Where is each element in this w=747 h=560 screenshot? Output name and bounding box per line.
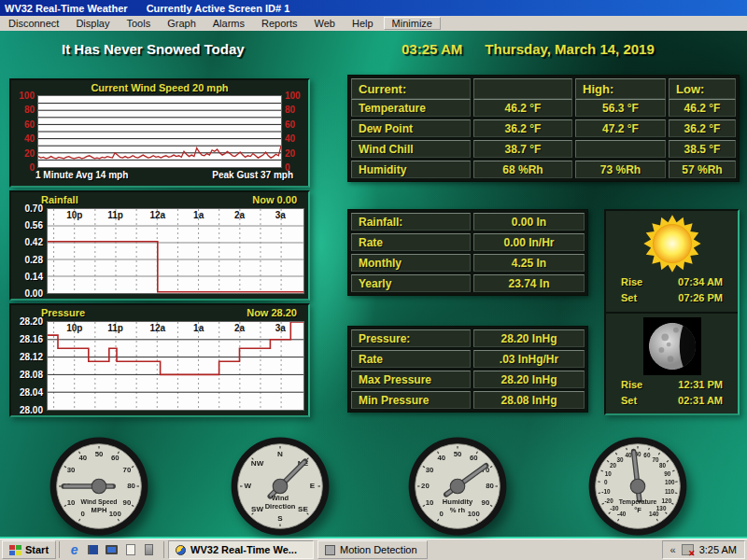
svg-text:30: 30 (67, 466, 76, 474)
wind-speed-gauge: 0102030405060708090100Wind SpeedMPH (49, 436, 149, 537)
col-header-blank (473, 78, 572, 99)
svg-text:20: 20 (421, 482, 430, 490)
tray-alert-icon[interactable] (682, 544, 694, 555)
system-tray: « 3:25 AM (662, 540, 745, 559)
svg-text:100: 100 (468, 510, 480, 518)
wind-speed-plot (37, 95, 282, 168)
menu-display[interactable]: Display (67, 17, 118, 30)
rainfall-label: Rainfall: (351, 213, 471, 231)
svg-text:NW: NW (251, 459, 264, 468)
rain-plot-series (48, 209, 303, 293)
y-tick-label: 60 (285, 119, 303, 130)
y-tick-label: 80 (16, 105, 35, 115)
svg-text:10: 10 (67, 498, 76, 507)
menu-minimize-button[interactable]: Minimize (384, 17, 441, 30)
menu-disconnect[interactable]: Disconnect (0, 17, 67, 30)
tray-chevron[interactable]: « (670, 544, 676, 555)
rainfall-plot: 10p11p12a1a2a3a (47, 208, 304, 294)
desktop-icon[interactable] (105, 543, 119, 557)
svg-text:-10: -10 (601, 488, 611, 495)
row-humidity-label: Humidity (351, 161, 471, 178)
col-header-low: Low: (669, 78, 736, 99)
svg-text:40: 40 (626, 452, 633, 458)
wind-speed-chart-panel: Current Wind Speed 20 mph 100806040200 1… (9, 78, 310, 188)
pressure-label: Pressure: (351, 329, 471, 347)
temperature-low: 46.2 °F (669, 99, 736, 117)
svg-text:-40: -40 (617, 511, 627, 517)
svg-text:120: 120 (662, 497, 672, 504)
menu-web[interactable]: Web (306, 17, 344, 30)
y-tick-label: 28.16 (11, 334, 43, 344)
show-desktop-icon[interactable] (142, 543, 156, 557)
sun-moon-panel: Rise 07:34 AM Set 07:26 PM Rise 12:31 PM… (604, 209, 740, 415)
rain-yearly-label: Yearly (351, 274, 471, 292)
dewpoint-current: 36.2 °F (473, 119, 572, 137)
task-button-motion-label: Motion Detection (340, 544, 417, 555)
x-tick-label: 11p (107, 323, 123, 333)
svg-text:MPH: MPH (92, 506, 107, 514)
x-tick-label: 10p (66, 323, 82, 333)
moonset-time: 02:31 AM (678, 393, 723, 409)
svg-text:0: 0 (81, 510, 85, 518)
humidity-low: 57 %Rh (669, 161, 736, 178)
x-tick-label: 2a (234, 323, 245, 333)
menu-reports[interactable]: Reports (253, 17, 306, 30)
temperature-high: 56.3 °F (575, 99, 666, 117)
svg-text:50: 50 (454, 450, 462, 458)
y-tick-label: 0.70 (11, 203, 43, 214)
rain-rate-label: Rate (351, 233, 471, 251)
wind-y-axis-left: 100806040200 (13, 91, 37, 173)
svg-text:60: 60 (470, 454, 478, 462)
y-tick-label: 28.08 (11, 370, 43, 380)
svg-text:140: 140 (649, 511, 659, 517)
outlook-icon[interactable] (86, 543, 100, 557)
svg-text:80: 80 (659, 462, 667, 469)
svg-text:Direction: Direction (265, 502, 296, 511)
taskbar: Start e WV32 Real-Time We... Motion Dete… (0, 539, 747, 560)
y-tick-label: 40 (16, 133, 35, 144)
svg-text:W: W (245, 482, 252, 490)
pressure-chart-title: Pressure (41, 307, 85, 321)
wind-speed-series (38, 96, 281, 167)
y-tick-label: 28.00 (11, 405, 43, 415)
clock: 03:25 AM Thursday, March 14, 2019 (402, 41, 655, 57)
svg-text:0: 0 (604, 479, 608, 485)
sunrise-label: Rise (621, 274, 642, 290)
svg-text:SE: SE (298, 505, 308, 513)
col-header-current: Current: (351, 78, 471, 99)
windows-flag-icon (9, 545, 21, 555)
active-screen-label: Currently Active Screen ID# 1 (147, 3, 290, 14)
task-button-motion-detection[interactable]: Motion Detection (317, 540, 428, 559)
menu-alarms[interactable]: Alarms (204, 17, 253, 30)
svg-text:100: 100 (665, 479, 675, 485)
humidity-high: 73 %Rh (575, 161, 666, 178)
x-tick-label: 11p (107, 210, 123, 220)
x-tick-label: 3a (275, 323, 286, 333)
moon-icon (643, 315, 701, 377)
x-tick-label: 3a (275, 210, 286, 220)
start-button[interactable]: Start (2, 540, 56, 559)
y-tick-label: 20 (16, 148, 35, 159)
rain-rate-value: 0.00 In/Hr (473, 233, 585, 251)
task-button-wv32[interactable]: WV32 Real-Time We... (168, 540, 314, 559)
row-windchill-label: Wind Chill (351, 140, 471, 158)
rain-now-value: Now 0.00 (252, 194, 297, 208)
svg-text:70: 70 (123, 466, 132, 474)
windchill-low: 38.5 °F (669, 140, 736, 158)
x-tick-label: 1a (193, 323, 204, 333)
y-tick-label: 28.20 (11, 316, 43, 327)
humidity-current: 68 %Rh (473, 161, 572, 178)
windchill-current: 38.7 °F (473, 140, 572, 158)
pressure-value: 28.20 InHg (473, 329, 585, 347)
sun-section: Rise 07:34 AM Set 07:26 PM (606, 211, 738, 312)
document-icon[interactable] (123, 543, 137, 557)
internet-explorer-icon[interactable]: e (67, 543, 81, 557)
menu-tools[interactable]: Tools (119, 17, 160, 30)
menu-graph[interactable]: Graph (159, 17, 204, 30)
status-message: It Has Never Snowed Today (62, 41, 245, 57)
wind-gust-label: Peak Gust 37 mph (212, 170, 293, 184)
svg-text:30: 30 (616, 456, 624, 463)
svg-text:N: N (277, 450, 283, 458)
menu-help[interactable]: Help (344, 17, 382, 30)
windchill-high (575, 140, 666, 158)
